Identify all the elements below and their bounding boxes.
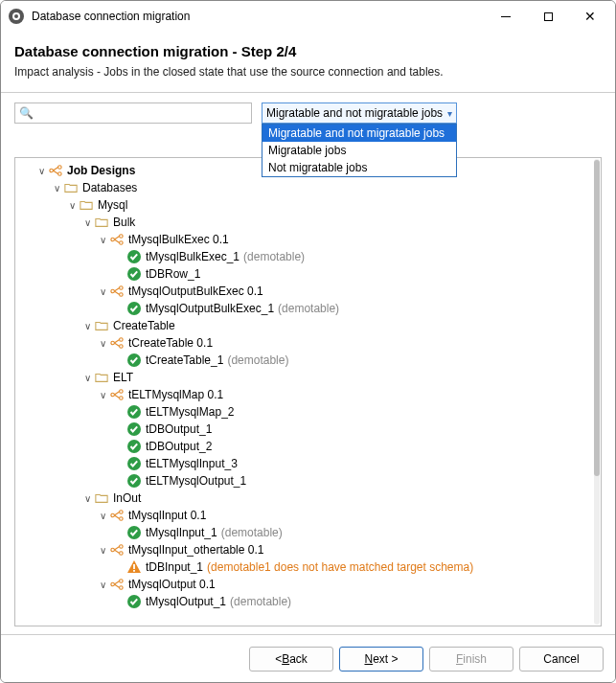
check-icon: [126, 594, 142, 609]
svg-point-47: [111, 582, 115, 586]
tree-item-label[interactable]: tMysqlInput_1: [146, 526, 217, 539]
svg-point-7: [120, 241, 124, 245]
filter-option[interactable]: Migratable and not migratable jobs: [262, 125, 456, 142]
tree-item-label[interactable]: Bulk: [113, 216, 135, 229]
check-icon: [126, 249, 142, 264]
svg-line-4: [53, 171, 57, 174]
tree-item-label[interactable]: tMysqlOutputBulkExec 0.1: [128, 285, 263, 298]
flow-icon: [48, 163, 63, 178]
tree-item-label[interactable]: tELTMysqlInput_3: [146, 457, 238, 470]
expand-toggle[interactable]: ∨: [80, 216, 94, 229]
tree-item-label[interactable]: tELTMysqlMap 0.1: [128, 388, 223, 401]
expand-toggle[interactable]: ∨: [96, 543, 109, 557]
tree-item-label[interactable]: tDBInput_1: [146, 560, 203, 574]
svg-line-9: [114, 239, 119, 243]
tree-item-label[interactable]: tDBOutput_1: [146, 422, 212, 436]
tree-scrollbar[interactable]: [594, 159, 600, 625]
titlebar: Database connection migration ✕: [1, 1, 615, 32]
filter-dropdown: Migratable and not migratable jobs Migra…: [262, 124, 457, 177]
svg-line-27: [114, 392, 119, 396]
cancel-button[interactable]: Cancel: [519, 647, 604, 672]
expand-toggle[interactable]: ∨: [34, 164, 48, 177]
expand-toggle[interactable]: ∨: [96, 233, 109, 246]
svg-line-21: [114, 340, 119, 344]
expand-toggle[interactable]: ∨: [80, 491, 94, 505]
tree-item-label[interactable]: tMysqlInput_othertable 0.1: [128, 543, 263, 557]
filter-combobox[interactable]: Migratable and not migratable jobs ▾: [262, 102, 457, 124]
expand-toggle[interactable]: ∨: [96, 509, 109, 522]
svg-point-1: [58, 166, 62, 170]
expand-toggle[interactable]: ∨: [96, 285, 109, 298]
expand-toggle[interactable]: ∨: [96, 578, 109, 591]
svg-line-15: [114, 288, 119, 292]
tree-item-label[interactable]: ELT: [113, 371, 133, 384]
folder-icon: [94, 318, 109, 333]
svg-line-51: [114, 584, 119, 588]
tree-item-label[interactable]: tMysqlOutput_1: [146, 595, 226, 608]
next-button[interactable]: Next >: [339, 647, 423, 672]
svg-line-28: [114, 395, 119, 398]
tree-item-label[interactable]: tMysqlBulkExec 0.1: [128, 233, 229, 246]
flow-icon: [109, 284, 125, 299]
flow-icon: [109, 508, 125, 523]
svg-rect-46: [133, 570, 135, 572]
tree-item-label[interactable]: tCreateTable 0.1: [128, 336, 213, 350]
check-icon: [126, 456, 142, 471]
tree-item-label[interactable]: tMysqlBulkExec_1: [146, 250, 240, 263]
svg-line-44: [114, 550, 119, 554]
svg-line-3: [53, 168, 57, 171]
tree-view[interactable]: ∨Job Designs ∨Databases ∨Mysql ∨Bulk ∨tM…: [14, 157, 602, 626]
maximize-button[interactable]: [527, 3, 569, 30]
svg-point-42: [120, 552, 124, 556]
tree-item-label[interactable]: tCreateTable_1: [146, 353, 223, 367]
search-box[interactable]: 🔍: [14, 102, 252, 124]
wizard-footer: < Back Next > Finish Cancel: [1, 634, 615, 682]
flow-icon: [109, 232, 125, 247]
check-icon: [126, 439, 142, 454]
svg-point-24: [111, 393, 115, 397]
tree-item-label[interactable]: Mysql: [98, 198, 127, 212]
close-button[interactable]: ✕: [569, 3, 611, 30]
tree-item-label[interactable]: Databases: [82, 181, 137, 194]
svg-line-16: [114, 291, 119, 295]
folder-icon: [94, 490, 109, 506]
item-note: (demotable): [230, 595, 291, 608]
svg-line-37: [114, 512, 119, 516]
check-icon: [126, 266, 142, 282]
app-icon: [9, 9, 24, 24]
filter-option[interactable]: Migratable jobs: [262, 142, 456, 159]
expand-toggle[interactable]: ∨: [80, 371, 94, 384]
svg-point-0: [50, 169, 54, 172]
expand-toggle[interactable]: ∨: [80, 319, 94, 332]
check-icon: [126, 301, 142, 316]
filter-option[interactable]: Not migratable jobs: [262, 159, 456, 176]
tree-item-label[interactable]: CreateTable: [113, 319, 175, 332]
expand-toggle[interactable]: ∨: [96, 388, 109, 401]
tree-item-label[interactable]: tMysqlOutputBulkExec_1: [146, 302, 274, 315]
check-icon: [126, 353, 142, 368]
tree-root-label[interactable]: Job Designs: [67, 164, 135, 177]
search-icon: 🔍: [19, 106, 34, 120]
tree-item-label[interactable]: tDBOutput_2: [146, 440, 212, 453]
chevron-down-icon: ▾: [447, 108, 452, 119]
expand-toggle[interactable]: ∨: [50, 181, 63, 194]
back-button[interactable]: < Back: [249, 647, 333, 672]
minimize-button[interactable]: [485, 3, 527, 30]
check-icon: [126, 525, 142, 540]
search-input[interactable]: [15, 103, 251, 123]
svg-point-26: [120, 397, 124, 400]
expand-toggle[interactable]: ∨: [65, 198, 79, 212]
flow-icon: [109, 542, 125, 558]
tree-item-label[interactable]: tMysqlInput 0.1: [128, 509, 206, 522]
tree-item-label[interactable]: tDBRow_1: [146, 267, 200, 281]
expand-toggle[interactable]: ∨: [96, 336, 109, 350]
tree-item-label[interactable]: tMysqlOutput 0.1: [128, 578, 216, 591]
item-note: (demotable): [243, 250, 305, 263]
svg-line-22: [114, 343, 119, 347]
tree-item-label[interactable]: InOut: [113, 491, 141, 505]
item-note: (demotable): [227, 353, 288, 367]
svg-line-50: [114, 581, 119, 585]
tree-item-label[interactable]: tELTMysqlOutput_1: [146, 474, 246, 488]
svg-point-34: [111, 513, 115, 517]
tree-item-label[interactable]: tELTMysqlMap_2: [146, 405, 234, 419]
